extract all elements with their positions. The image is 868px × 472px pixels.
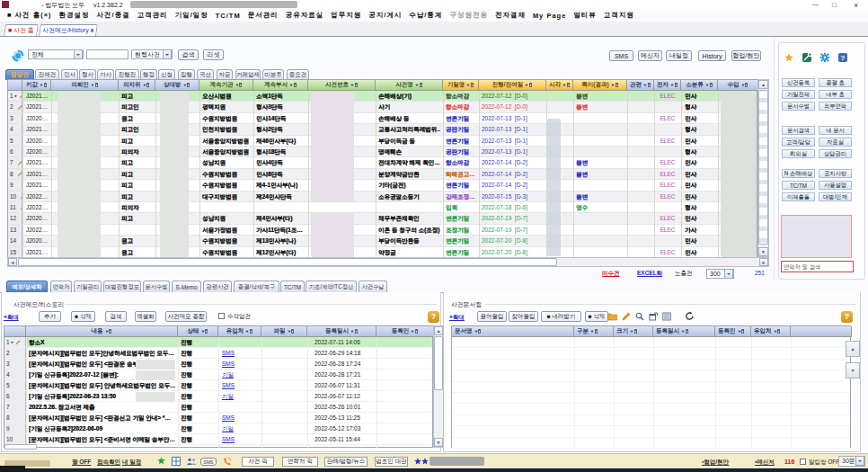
svg-text:?: ? bbox=[841, 54, 846, 62]
